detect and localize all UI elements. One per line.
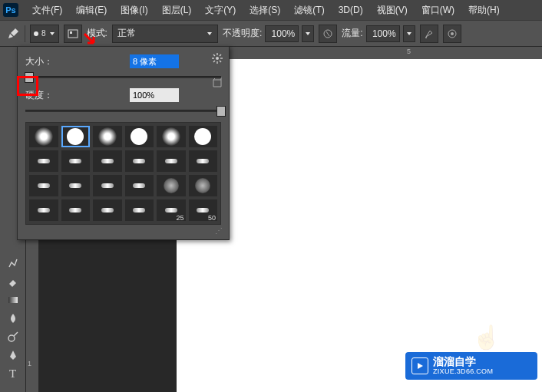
- menu-view[interactable]: 视图(V): [371, 2, 414, 18]
- hardness-slider[interactable]: [25, 105, 221, 116]
- slider-thumb[interactable]: [25, 72, 34, 83]
- menu-layer[interactable]: 图层(L): [156, 2, 198, 18]
- brush-preset-picker[interactable]: 8: [30, 25, 59, 43]
- tool-history-brush[interactable]: [0, 254, 25, 272]
- brush-preset[interactable]: [29, 126, 58, 147]
- chevron-down-icon[interactable]: [403, 25, 415, 42]
- svg-line-14: [213, 54, 215, 56]
- brush-preset[interactable]: [189, 175, 218, 196]
- brush-preset[interactable]: [29, 150, 58, 172]
- tool-gradient[interactable]: [0, 291, 25, 309]
- tool-type[interactable]: T: [0, 364, 25, 383]
- flow-input[interactable]: 100%: [366, 25, 400, 42]
- pressure-size-button[interactable]: [443, 25, 461, 43]
- brush-preset[interactable]: [157, 150, 186, 172]
- watermark-title: 溜溜自学: [433, 356, 493, 367]
- tool-eraser[interactable]: [0, 272, 25, 291]
- ruler-tick: 5: [407, 48, 411, 55]
- pressure-opacity-button[interactable]: [319, 25, 337, 43]
- brush-preset[interactable]: [29, 199, 58, 221]
- svg-rect-0: [68, 30, 78, 38]
- watermark-url: ZIXUE.3D66.COM: [433, 368, 493, 376]
- ruler-tick: 1: [28, 360, 31, 367]
- menu-3d[interactable]: 3D(D): [332, 3, 369, 17]
- brush-preset[interactable]: [93, 199, 122, 221]
- menubar: Ps 文件(F) 编辑(E) 图像(I) 图层(L) 文字(Y) 选择(S) 滤…: [0, 0, 542, 20]
- resize-grip[interactable]: ⋰: [25, 225, 221, 235]
- slider-thumb[interactable]: [216, 106, 226, 117]
- tool-dodge[interactable]: [0, 328, 25, 346]
- gear-icon[interactable]: [212, 53, 223, 66]
- brush-preset-popup: 大小： 8 像素 硬度： 100% 2: [17, 46, 230, 240]
- hardness-input[interactable]: 100%: [130, 88, 179, 102]
- flow-label: 流量:: [342, 27, 362, 40]
- brush-dot-icon: [34, 31, 38, 36]
- watermark-ghost-icon: ☝: [472, 324, 501, 351]
- chevron-down-icon: [207, 31, 213, 37]
- brush-preset[interactable]: [189, 126, 218, 147]
- tool-pen[interactable]: [0, 346, 25, 364]
- toggle-brush-panel-button[interactable]: [64, 25, 82, 43]
- svg-line-15: [220, 61, 221, 62]
- size-slider[interactable]: [25, 71, 221, 82]
- preset-size: 25: [176, 214, 183, 222]
- menu-select[interactable]: 选择(S): [243, 2, 286, 18]
- svg-point-5: [451, 32, 454, 35]
- play-icon: [411, 357, 428, 374]
- brush-preset[interactable]: [189, 150, 218, 172]
- brush-preset[interactable]: 50: [189, 199, 218, 221]
- svg-rect-6: [8, 297, 18, 303]
- brush-preset[interactable]: [157, 175, 186, 196]
- brush-preset[interactable]: [125, 150, 154, 172]
- app-logo: Ps: [3, 3, 18, 17]
- airbrush-button[interactable]: [420, 25, 438, 43]
- brush-preset[interactable]: [125, 199, 154, 221]
- brush-preset-grid: 25 50: [25, 122, 221, 225]
- svg-point-3: [425, 37, 427, 38]
- svg-rect-1: [70, 31, 72, 34]
- blend-mode-value: 正常: [117, 27, 136, 40]
- blend-mode-select[interactable]: 正常: [112, 25, 218, 43]
- svg-point-9: [216, 57, 219, 60]
- brush-preset[interactable]: [157, 126, 186, 147]
- brush-preset[interactable]: 25: [157, 199, 186, 221]
- menu-filter[interactable]: 滤镜(T): [288, 2, 330, 18]
- brush-preset[interactable]: [61, 150, 91, 172]
- chevron-down-icon: [49, 31, 55, 37]
- menu-help[interactable]: 帮助(H): [462, 2, 506, 18]
- brush-preset[interactable]: [61, 175, 91, 196]
- tool-blur[interactable]: [0, 309, 25, 328]
- brush-preset[interactable]: [29, 175, 58, 196]
- options-bar: 8 模式: 正常 不透明度: 100% 流量: 100%: [0, 20, 542, 47]
- opacity-input[interactable]: 100%: [265, 25, 299, 42]
- brush-preset[interactable]: [93, 126, 122, 147]
- preset-size: 50: [208, 214, 216, 222]
- chevron-down-icon[interactable]: [302, 25, 314, 42]
- size-label: 大小：: [25, 55, 59, 68]
- menu-window[interactable]: 窗口(W): [415, 2, 461, 18]
- svg-line-8: [14, 332, 18, 336]
- brush-preset[interactable]: [93, 175, 122, 196]
- menu-edit[interactable]: 编辑(E): [70, 2, 113, 18]
- menu-type[interactable]: 文字(Y): [199, 2, 242, 18]
- brush-size-readout: 8: [41, 29, 46, 38]
- brush-preset[interactable]: [61, 199, 91, 221]
- svg-point-7: [8, 335, 15, 341]
- brush-preset[interactable]: [125, 126, 154, 147]
- size-input[interactable]: 8 像素: [130, 54, 179, 68]
- watermark-badge: 溜溜自学 ZIXUE.3D66.COM: [405, 352, 537, 380]
- menu-file[interactable]: 文件(F): [26, 2, 68, 18]
- opacity-label: 不透明度:: [223, 27, 262, 40]
- brush-preset[interactable]: [93, 150, 122, 172]
- brush-preset[interactable]: [125, 175, 154, 196]
- svg-line-17: [220, 54, 221, 56]
- current-tool-icon: [6, 27, 20, 41]
- svg-line-16: [213, 61, 215, 62]
- menu-image[interactable]: 图像(I): [114, 2, 154, 18]
- mode-label: 模式:: [87, 27, 107, 40]
- hardness-label: 硬度：: [25, 89, 59, 102]
- brush-preset[interactable]: [61, 126, 91, 147]
